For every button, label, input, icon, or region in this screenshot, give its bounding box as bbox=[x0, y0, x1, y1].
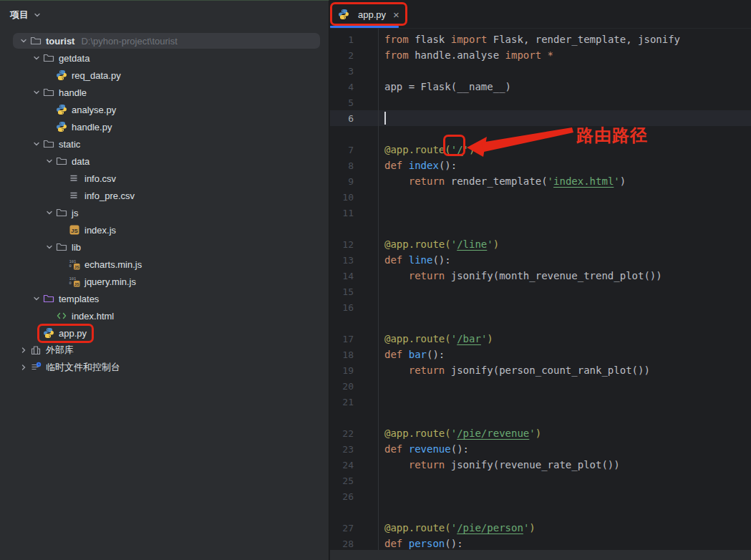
tree-item-data[interactable]: data bbox=[0, 153, 329, 170]
line-number[interactable]: 1 bbox=[330, 34, 378, 45]
line-number[interactable]: 16 bbox=[330, 302, 378, 313]
python-file-icon bbox=[56, 121, 67, 132]
line-number[interactable]: 13 bbox=[330, 255, 378, 266]
tree-item-lib[interactable]: lib bbox=[0, 238, 329, 256]
chevron-down-icon[interactable] bbox=[30, 54, 43, 62]
line-number[interactable]: 21 bbox=[330, 397, 378, 407]
tree-item-external-libraries[interactable]: 外部库 bbox=[0, 342, 329, 359]
code-spacer-row[interactable] bbox=[330, 504, 751, 520]
line-number[interactable]: 27 bbox=[330, 523, 378, 534]
tree-item-getdata[interactable]: getdata bbox=[0, 49, 329, 67]
tree-item-echarts-min-js[interactable]: 1010JSecharts.min.js bbox=[0, 256, 329, 273]
tree-item-js[interactable]: js bbox=[0, 204, 329, 221]
line-number[interactable]: 7 bbox=[330, 145, 378, 155]
chevron-down-icon[interactable] bbox=[43, 209, 56, 216]
tree-item-app-py[interactable]: app.py bbox=[0, 324, 329, 342]
code-text: def revenue(): bbox=[378, 443, 469, 455]
line-number[interactable]: 26 bbox=[330, 491, 378, 502]
code-line-5[interactable]: 5 bbox=[330, 95, 751, 110]
code-line-2[interactable]: 2from handle.analyse import * bbox=[330, 47, 751, 63]
line-number[interactable]: 9 bbox=[330, 176, 378, 187]
line-number[interactable]: 4 bbox=[330, 82, 378, 92]
code-line-28[interactable]: 28def person(): bbox=[330, 536, 751, 550]
line-number[interactable]: 8 bbox=[330, 160, 378, 171]
code-line-11[interactable]: 11 bbox=[330, 205, 751, 221]
code-line-15[interactable]: 15 bbox=[330, 284, 751, 299]
code-line-7[interactable]: 7@app.route('/') bbox=[330, 142, 751, 158]
code-line-23[interactable]: 23def revenue(): bbox=[330, 441, 751, 457]
line-number[interactable]: 19 bbox=[330, 365, 378, 376]
code-line-12[interactable]: 12@app.route('/line') bbox=[330, 236, 751, 252]
code-line-25[interactable]: 25 bbox=[330, 473, 751, 488]
code-line-8[interactable]: 8def index(): bbox=[330, 158, 751, 173]
code-spacer-row[interactable] bbox=[330, 410, 751, 425]
code-line-19[interactable]: 19 return jsonify(person_count_rank_plot… bbox=[330, 362, 751, 378]
code-line-17[interactable]: 17@app.route('/bar') bbox=[330, 331, 751, 347]
line-number[interactable]: 18 bbox=[330, 349, 378, 360]
tab-app-py[interactable]: app.py × bbox=[330, 0, 408, 29]
code-line-27[interactable]: 27@app.route('/pie/person') bbox=[330, 520, 751, 536]
svg-text:0: 0 bbox=[69, 281, 72, 285]
line-number[interactable]: 15 bbox=[330, 286, 378, 297]
code-line-9[interactable]: 9 return render_template('index.html') bbox=[330, 173, 751, 189]
line-number[interactable]: 28 bbox=[330, 539, 378, 549]
line-number[interactable]: 22 bbox=[330, 428, 378, 439]
tree-item-analyse-py[interactable]: analyse.py bbox=[0, 101, 329, 118]
line-number[interactable]: 24 bbox=[330, 460, 378, 470]
chevron-down-icon[interactable] bbox=[30, 140, 43, 148]
tree-item-info-csv[interactable]: info.csv bbox=[0, 170, 329, 187]
line-number[interactable]: 23 bbox=[330, 444, 378, 455]
line-number[interactable]: 2 bbox=[330, 50, 378, 61]
chevron-down-icon[interactable] bbox=[43, 243, 56, 251]
tree-item-tourist[interactable]: touristD:\pyhon-project\tourist bbox=[0, 32, 329, 49]
line-number[interactable]: 3 bbox=[330, 66, 378, 77]
line-number[interactable]: 20 bbox=[330, 381, 378, 392]
code-line-18[interactable]: 18def bar(): bbox=[330, 347, 751, 362]
chevron-down-icon[interactable] bbox=[30, 89, 43, 96]
code-line-20[interactable]: 20 bbox=[330, 378, 751, 394]
code-line-3[interactable]: 3 bbox=[330, 63, 751, 79]
code-editor-area[interactable]: 1from flask import Flask, render_templat… bbox=[330, 29, 751, 550]
code-line-26[interactable]: 26 bbox=[330, 488, 751, 504]
tree-item-handle[interactable]: handle bbox=[0, 84, 329, 101]
code-spacer-row[interactable] bbox=[330, 221, 751, 236]
code-line-22[interactable]: 22@app.route('/pie/revenue') bbox=[330, 425, 751, 441]
code-line-21[interactable]: 21 bbox=[330, 394, 751, 410]
tree-item-jquery-min-js[interactable]: 1010JSjquery.min.js bbox=[0, 273, 329, 290]
line-number[interactable]: 5 bbox=[330, 97, 378, 108]
folder-icon bbox=[43, 138, 54, 150]
chevron-right-icon[interactable] bbox=[17, 347, 30, 354]
python-file-icon bbox=[56, 69, 67, 81]
chevron-down-icon[interactable] bbox=[43, 158, 56, 165]
code-line-10[interactable]: 10 bbox=[330, 189, 751, 205]
code-line-14[interactable]: 14 return jsonify(month_revenue_trend_pl… bbox=[330, 268, 751, 284]
tree-item-req-data-py[interactable]: req_data.py bbox=[0, 67, 329, 84]
line-number[interactable]: 10 bbox=[330, 192, 378, 203]
tree-item-handle-py[interactable]: handle.py bbox=[0, 118, 329, 135]
line-number[interactable]: 17 bbox=[330, 334, 378, 344]
code-line-13[interactable]: 13def line(): bbox=[330, 252, 751, 268]
code-line-16[interactable]: 16 bbox=[330, 299, 751, 315]
code-spacer-row[interactable] bbox=[330, 315, 751, 331]
line-number[interactable]: 12 bbox=[330, 239, 378, 250]
line-number[interactable]: 11 bbox=[330, 208, 378, 218]
code-line-6[interactable]: 6 bbox=[330, 110, 751, 126]
chevron-down-icon[interactable] bbox=[17, 37, 30, 44]
line-number[interactable]: 25 bbox=[330, 475, 378, 486]
project-panel-header[interactable]: 项目 bbox=[0, 1, 329, 29]
tree-item-templates[interactable]: templates bbox=[0, 290, 329, 307]
code-spacer-row[interactable] bbox=[330, 126, 751, 142]
line-number[interactable]: 6 bbox=[330, 113, 378, 124]
tree-item-static[interactable]: static bbox=[0, 135, 329, 153]
chevron-down-icon[interactable] bbox=[30, 295, 43, 302]
line-number[interactable]: 14 bbox=[330, 271, 378, 281]
chevron-right-icon[interactable] bbox=[17, 364, 30, 371]
tree-item-index-js[interactable]: JSindex.js bbox=[0, 221, 329, 238]
close-icon[interactable]: × bbox=[393, 9, 399, 20]
tree-item-scratches[interactable]: 临时文件和控制台 bbox=[0, 359, 329, 376]
code-line-1[interactable]: 1from flask import Flask, render_templat… bbox=[330, 32, 751, 47]
tree-item-info-pre-csv[interactable]: info_pre.csv bbox=[0, 187, 329, 204]
tree-item-index-html[interactable]: index.html bbox=[0, 307, 329, 324]
code-line-24[interactable]: 24 return jsonify(revenue_rate_plot()) bbox=[330, 457, 751, 473]
code-line-4[interactable]: 4app = Flask(__name__) bbox=[330, 79, 751, 95]
